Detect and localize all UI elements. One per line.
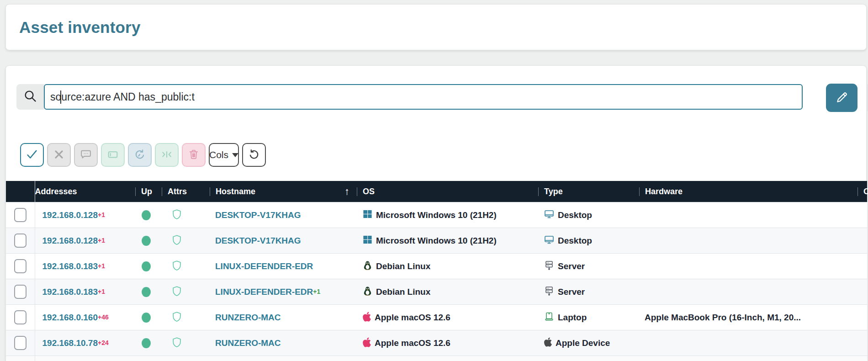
- type-label: Server: [558, 287, 585, 297]
- hostname-link[interactable]: RUNZERO-MAC: [210, 338, 281, 348]
- header-type[interactable]: Type: [538, 181, 639, 202]
- shield-icon: [171, 259, 183, 272]
- comment-button[interactable]: [74, 143, 98, 167]
- row-checkbox[interactable]: [14, 336, 26, 350]
- extra-addresses-badge[interactable]: +1: [98, 211, 105, 218]
- up-status-icon: [142, 210, 151, 220]
- confirm-assets-button[interactable]: [20, 143, 44, 167]
- laptop-icon: [544, 311, 555, 324]
- page-title: Asset inventory: [19, 18, 141, 37]
- type-label: Apple Device: [556, 338, 610, 348]
- row-checkbox[interactable]: [14, 208, 26, 222]
- pencil-icon: [835, 90, 849, 106]
- tag-button[interactable]: [101, 143, 125, 167]
- header-partial[interactable]: O: [857, 181, 867, 202]
- type-label: Desktop: [558, 210, 592, 220]
- header-attrs[interactable]: Attrs: [162, 181, 210, 202]
- os-label: Apple macOS 12.6: [375, 338, 450, 348]
- extra-hostnames-badge[interactable]: +1: [313, 288, 320, 295]
- address-link[interactable]: 192.168.0.128+1: [35, 210, 105, 220]
- hostname-link[interactable]: LINUX-DEFENDER-EDR+1: [210, 287, 320, 297]
- apple-icon: [362, 311, 371, 324]
- header-hostname[interactable]: Hostname↑: [210, 181, 357, 202]
- extra-addresses-badge[interactable]: +1: [98, 262, 105, 270]
- apple-device-icon: [544, 337, 552, 349]
- shield-icon: [171, 336, 183, 349]
- shield-icon: [171, 208, 183, 221]
- table-row: 192.168.0.183+1 LINUX-DEFENDER-EDR Debia…: [6, 254, 867, 279]
- sort-asc-icon: ↑: [344, 186, 349, 196]
- extra-addresses-badge[interactable]: +1: [98, 237, 105, 244]
- address-link[interactable]: 192.168.10.78+24: [35, 338, 109, 348]
- table-row: 192.168.0.160+46 RUNZERO-MAC Apple macOS…: [6, 305, 867, 330]
- up-status-icon: [142, 236, 151, 246]
- up-status-icon: [142, 313, 151, 323]
- inventory-card: Cols Addresses Up Attrs Hostname↑ OS Typ…: [5, 65, 867, 361]
- os-label: Debian Linux: [376, 287, 430, 297]
- up-status-icon: [142, 261, 151, 271]
- comment-icon: [79, 148, 92, 162]
- linux-icon: [362, 286, 373, 298]
- desktop-icon: [544, 209, 555, 222]
- table-row-clipped: [6, 356, 867, 361]
- table-row: 192.168.0.128+1 DESKTOP-V17KHAG Microsof…: [6, 202, 867, 228]
- merge-button[interactable]: [155, 143, 179, 167]
- title-card: Asset inventory: [5, 4, 867, 50]
- extra-addresses-badge[interactable]: +24: [98, 339, 109, 346]
- search-button[interactable]: [16, 84, 44, 110]
- columns-label: Cols: [209, 149, 228, 160]
- search-bar: [16, 84, 866, 110]
- server-icon: [544, 260, 555, 273]
- row-checkbox[interactable]: [14, 310, 26, 324]
- caret-down-icon: [232, 153, 238, 157]
- merge-icon: [160, 148, 173, 162]
- row-checkbox[interactable]: [14, 234, 26, 248]
- hostname-link[interactable]: DESKTOP-V17KHAG: [210, 210, 301, 220]
- linux-icon: [362, 260, 373, 273]
- header-up[interactable]: Up: [135, 181, 162, 202]
- hostname-link[interactable]: LINUX-DEFENDER-EDR: [210, 261, 313, 271]
- asset-table: Addresses Up Attrs Hostname↑ OS Type Har…: [6, 181, 867, 361]
- reset-view-button[interactable]: [242, 143, 266, 167]
- header-addresses[interactable]: Addresses: [35, 181, 135, 202]
- table-row: 192.168.10.78+24 RUNZERO-MAC Apple macOS…: [6, 330, 867, 356]
- hostname-link[interactable]: RUNZERO-MAC: [210, 313, 281, 323]
- extra-addresses-badge[interactable]: +1: [98, 288, 105, 295]
- header-select: [6, 181, 35, 202]
- hostname-link[interactable]: DESKTOP-V17KHAG: [210, 236, 301, 246]
- os-label: Debian Linux: [376, 261, 430, 271]
- text-caret: [60, 90, 61, 104]
- address-link[interactable]: 192.168.0.183+1: [35, 261, 105, 271]
- row-checkbox[interactable]: [14, 259, 26, 273]
- header-os[interactable]: OS: [357, 181, 538, 202]
- shield-icon: [171, 285, 183, 297]
- os-label: Microsoft Windows 10 (21H2): [376, 236, 497, 246]
- type-label: Laptop: [558, 313, 587, 323]
- delete-button[interactable]: [182, 143, 206, 167]
- rescan-button[interactable]: [128, 143, 152, 167]
- windows-icon: [362, 209, 373, 221]
- hardware-label: Apple MacBook Pro (16-Inch, M1, 20...: [645, 313, 801, 322]
- extra-addresses-badge[interactable]: +46: [98, 313, 109, 321]
- address-link[interactable]: 192.168.0.128+1: [35, 236, 105, 246]
- trash-icon: [187, 148, 200, 162]
- table-row: 192.168.0.128+1 DESKTOP-V17KHAG Microsof…: [6, 228, 867, 254]
- row-checkbox[interactable]: [14, 285, 26, 299]
- shield-icon: [171, 310, 183, 323]
- header-hardware[interactable]: Hardware: [639, 181, 857, 202]
- shield-icon: [171, 234, 183, 246]
- search-input[interactable]: [44, 84, 803, 110]
- x-icon: [53, 149, 65, 162]
- server-icon: [544, 286, 555, 298]
- type-label: Desktop: [558, 236, 592, 246]
- reject-assets-button[interactable]: [47, 143, 71, 167]
- address-link[interactable]: 192.168.0.183+1: [35, 287, 105, 297]
- address-link[interactable]: 192.168.0.160+46: [35, 313, 109, 323]
- up-status-icon: [142, 338, 151, 348]
- windows-icon: [362, 234, 373, 247]
- check-icon: [25, 148, 39, 163]
- bulk-action-toolbar: Cols: [20, 143, 866, 167]
- columns-dropdown[interactable]: Cols: [209, 143, 239, 167]
- edit-query-button[interactable]: [826, 84, 857, 112]
- reset-icon: [248, 148, 260, 162]
